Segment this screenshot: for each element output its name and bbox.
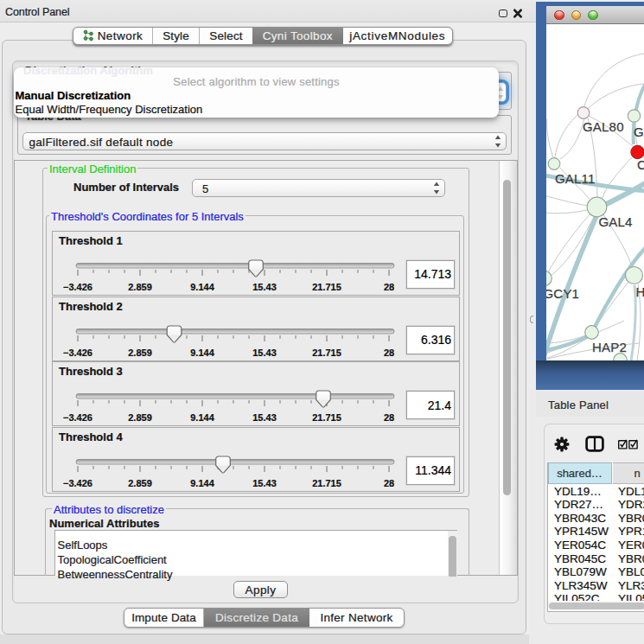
- svg-text:GAL80: GAL80: [583, 119, 624, 134]
- svg-text:GA: GA: [634, 124, 644, 139]
- svg-text:C: C: [637, 157, 644, 172]
- svg-text:GAL4: GAL4: [599, 214, 633, 229]
- svg-text:GAL11: GAL11: [555, 171, 596, 186]
- svg-text:HAP2: HAP2: [592, 340, 627, 354]
- svg-text:HA: HA: [636, 284, 644, 299]
- svg-text:GCY1: GCY1: [546, 286, 579, 301]
